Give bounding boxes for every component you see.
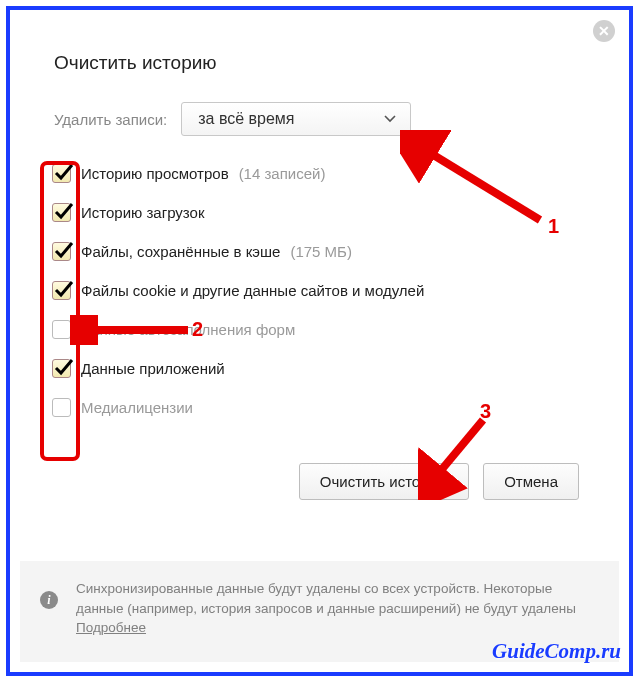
checkbox-row: Историю загрузок xyxy=(52,203,585,222)
footer-note: i Синхронизированные данные будут удален… xyxy=(20,561,619,662)
checkbox[interactable] xyxy=(52,203,71,222)
checkbox-list: Историю просмотров (14 записей)Историю з… xyxy=(52,164,585,417)
checkbox-row: Файлы cookie и другие данные сайтов и мо… xyxy=(52,281,585,300)
checkbox-extra: (14 записей) xyxy=(239,165,326,182)
time-range-value: за всё время xyxy=(198,110,294,127)
footer-text: Синхронизированные данные будут удалены … xyxy=(76,581,576,616)
time-range-label: Удалить записи: xyxy=(54,111,167,128)
dialog-content: Очистить историю Удалить записи: за всё … xyxy=(10,10,629,520)
checkbox-label: Файлы cookie и другие данные сайтов и мо… xyxy=(81,282,424,299)
close-button[interactable]: ✕ xyxy=(593,20,615,42)
time-range-row: Удалить записи: за всё время xyxy=(54,102,585,136)
checkbox-row: Файлы, сохранённые в кэше (175 МБ) xyxy=(52,242,585,261)
checkbox[interactable] xyxy=(52,398,71,417)
dialog-title: Очистить историю xyxy=(54,52,585,74)
cancel-button[interactable]: Отмена xyxy=(483,463,579,500)
checkbox-row: Данные автозаполнения форм xyxy=(52,320,585,339)
checkbox-label: Данные автозаполнения форм xyxy=(81,321,295,338)
checkbox-extra: (175 МБ) xyxy=(290,243,352,260)
checkbox[interactable] xyxy=(52,164,71,183)
checkbox-row: Данные приложений xyxy=(52,359,585,378)
time-range-select[interactable]: за всё время xyxy=(181,102,411,136)
checkbox-label: Данные приложений xyxy=(81,360,225,377)
checkbox-label: Медиалицензии xyxy=(81,399,193,416)
checkbox-row: Медиалицензии xyxy=(52,398,585,417)
checkbox-label: Историю загрузок xyxy=(81,204,204,221)
checkbox-label: Файлы, сохранённые в кэше xyxy=(81,243,280,260)
close-icon: ✕ xyxy=(598,23,610,39)
footer-link[interactable]: Подробнее xyxy=(76,620,146,635)
clear-history-button[interactable]: Очистить историю xyxy=(299,463,469,500)
checkbox[interactable] xyxy=(52,320,71,339)
chevron-down-icon xyxy=(384,115,396,123)
checkbox[interactable] xyxy=(52,281,71,300)
dialog-actions: Очистить историю Отмена xyxy=(54,463,585,500)
checkbox-label: Историю просмотров xyxy=(81,165,229,182)
checkbox[interactable] xyxy=(52,242,71,261)
info-icon: i xyxy=(40,591,58,609)
checkbox-row: Историю просмотров (14 записей) xyxy=(52,164,585,183)
dialog-frame: ✕ Очистить историю Удалить записи: за вс… xyxy=(6,6,633,676)
checkbox[interactable] xyxy=(52,359,71,378)
